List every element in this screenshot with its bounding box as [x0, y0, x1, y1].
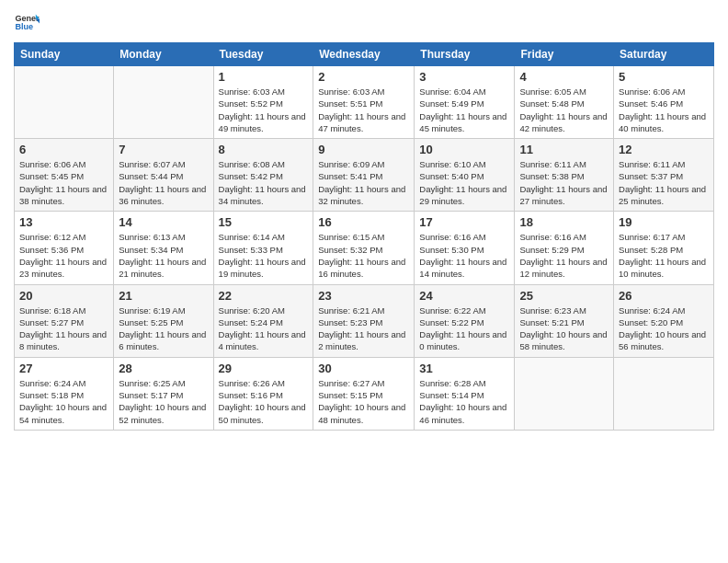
calendar-cell: 13Sunrise: 6:12 AM Sunset: 5:36 PM Dayli…	[15, 212, 114, 284]
weekday-header-monday: Monday	[114, 43, 213, 66]
calendar-cell: 30Sunrise: 6:27 AM Sunset: 5:15 PM Dayli…	[313, 357, 415, 430]
day-info: Sunrise: 6:18 AM Sunset: 5:27 PM Dayligh…	[19, 304, 108, 353]
day-number: 11	[519, 143, 609, 156]
day-info: Sunrise: 6:10 AM Sunset: 5:40 PM Dayligh…	[419, 158, 509, 207]
calendar-cell: 8Sunrise: 6:08 AM Sunset: 5:42 PM Daylig…	[213, 139, 313, 212]
calendar-cell: 18Sunrise: 6:16 AM Sunset: 5:29 PM Dayli…	[515, 212, 614, 284]
calendar-cell: 31Sunrise: 6:28 AM Sunset: 5:14 PM Dayli…	[415, 357, 515, 430]
weekday-header-thursday: Thursday	[415, 43, 515, 66]
calendar-cell: 25Sunrise: 6:23 AM Sunset: 5:21 PM Dayli…	[515, 284, 614, 357]
calendar-cell: 24Sunrise: 6:22 AM Sunset: 5:22 PM Dayli…	[415, 284, 515, 357]
day-info: Sunrise: 6:13 AM Sunset: 5:34 PM Dayligh…	[119, 231, 208, 280]
day-number: 23	[318, 289, 409, 303]
day-number: 19	[619, 215, 709, 229]
svg-text:Blue: Blue	[15, 22, 33, 31]
calendar-cell: 5Sunrise: 6:06 AM Sunset: 5:46 PM Daylig…	[614, 66, 714, 139]
day-info: Sunrise: 6:12 AM Sunset: 5:36 PM Dayligh…	[19, 231, 108, 280]
day-number: 3	[419, 70, 509, 84]
day-info: Sunrise: 6:15 AM Sunset: 5:32 PM Dayligh…	[318, 231, 409, 280]
day-info: Sunrise: 6:20 AM Sunset: 5:24 PM Dayligh…	[219, 304, 309, 353]
calendar-cell: 16Sunrise: 6:15 AM Sunset: 5:32 PM Dayli…	[313, 212, 415, 284]
day-number: 9	[318, 143, 409, 156]
day-info: Sunrise: 6:04 AM Sunset: 5:49 PM Dayligh…	[419, 86, 509, 134]
weekday-header-friday: Friday	[515, 43, 614, 66]
calendar-row-4: 20Sunrise: 6:18 AM Sunset: 5:27 PM Dayli…	[15, 284, 714, 357]
calendar-cell: 19Sunrise: 6:17 AM Sunset: 5:28 PM Dayli…	[614, 212, 714, 284]
day-number: 31	[419, 362, 509, 375]
day-number: 27	[19, 362, 108, 375]
calendar-cell	[15, 66, 114, 139]
day-number: 4	[519, 70, 609, 84]
calendar-cell: 28Sunrise: 6:25 AM Sunset: 5:17 PM Dayli…	[114, 357, 213, 430]
day-info: Sunrise: 6:17 AM Sunset: 5:28 PM Dayligh…	[619, 231, 709, 280]
day-info: Sunrise: 6:19 AM Sunset: 5:25 PM Dayligh…	[119, 304, 208, 353]
day-info: Sunrise: 6:07 AM Sunset: 5:44 PM Dayligh…	[119, 158, 208, 207]
day-number: 5	[619, 70, 709, 84]
header: General Blue	[14, 9, 714, 35]
calendar-table: SundayMondayTuesdayWednesdayThursdayFrid…	[14, 42, 714, 431]
day-info: Sunrise: 6:05 AM Sunset: 5:48 PM Dayligh…	[519, 86, 609, 134]
calendar-cell: 3Sunrise: 6:04 AM Sunset: 5:49 PM Daylig…	[415, 66, 515, 139]
calendar-row-5: 27Sunrise: 6:24 AM Sunset: 5:18 PM Dayli…	[15, 357, 714, 430]
calendar-cell: 4Sunrise: 6:05 AM Sunset: 5:48 PM Daylig…	[515, 66, 614, 139]
calendar-cell: 15Sunrise: 6:14 AM Sunset: 5:33 PM Dayli…	[213, 212, 313, 284]
calendar-cell	[614, 357, 714, 430]
calendar-cell: 21Sunrise: 6:19 AM Sunset: 5:25 PM Dayli…	[114, 284, 213, 357]
day-info: Sunrise: 6:22 AM Sunset: 5:22 PM Dayligh…	[419, 304, 509, 353]
day-number: 26	[619, 289, 709, 303]
day-number: 12	[619, 143, 709, 156]
day-number: 14	[119, 215, 208, 229]
calendar-cell	[515, 357, 614, 430]
day-number: 24	[419, 289, 509, 303]
day-number: 15	[219, 215, 309, 229]
day-number: 18	[519, 215, 609, 229]
calendar-cell: 22Sunrise: 6:20 AM Sunset: 5:24 PM Dayli…	[213, 284, 313, 357]
calendar-cell: 1Sunrise: 6:03 AM Sunset: 5:52 PM Daylig…	[213, 66, 313, 139]
page: General Blue SundayMondayTuesdayWednesda…	[0, 0, 728, 563]
calendar-cell: 9Sunrise: 6:09 AM Sunset: 5:41 PM Daylig…	[313, 139, 415, 212]
day-info: Sunrise: 6:14 AM Sunset: 5:33 PM Dayligh…	[219, 231, 309, 280]
logo-icon: General Blue	[14, 9, 40, 35]
day-number: 10	[419, 143, 509, 156]
day-info: Sunrise: 6:09 AM Sunset: 5:41 PM Dayligh…	[318, 158, 409, 207]
day-info: Sunrise: 6:26 AM Sunset: 5:16 PM Dayligh…	[219, 377, 309, 426]
day-info: Sunrise: 6:11 AM Sunset: 5:38 PM Dayligh…	[519, 158, 609, 207]
day-info: Sunrise: 6:28 AM Sunset: 5:14 PM Dayligh…	[419, 377, 509, 426]
day-number: 8	[219, 143, 309, 156]
calendar-cell: 17Sunrise: 6:16 AM Sunset: 5:30 PM Dayli…	[415, 212, 515, 284]
day-info: Sunrise: 6:06 AM Sunset: 5:45 PM Dayligh…	[19, 158, 108, 207]
day-number: 25	[519, 289, 609, 303]
day-info: Sunrise: 6:08 AM Sunset: 5:42 PM Dayligh…	[219, 158, 309, 207]
day-info: Sunrise: 6:21 AM Sunset: 5:23 PM Dayligh…	[318, 304, 409, 353]
weekday-header-tuesday: Tuesday	[213, 43, 313, 66]
day-info: Sunrise: 6:16 AM Sunset: 5:29 PM Dayligh…	[519, 231, 609, 280]
calendar-row-3: 13Sunrise: 6:12 AM Sunset: 5:36 PM Dayli…	[15, 212, 714, 284]
day-number: 7	[119, 143, 208, 156]
weekday-header-wednesday: Wednesday	[313, 43, 415, 66]
calendar-row-1: 1Sunrise: 6:03 AM Sunset: 5:52 PM Daylig…	[15, 66, 714, 139]
day-info: Sunrise: 6:24 AM Sunset: 5:18 PM Dayligh…	[19, 377, 108, 426]
day-number: 21	[119, 289, 208, 303]
day-info: Sunrise: 6:27 AM Sunset: 5:15 PM Dayligh…	[318, 377, 409, 426]
calendar-cell: 6Sunrise: 6:06 AM Sunset: 5:45 PM Daylig…	[15, 139, 114, 212]
day-number: 29	[219, 362, 309, 375]
calendar-cell: 10Sunrise: 6:10 AM Sunset: 5:40 PM Dayli…	[415, 139, 515, 212]
calendar-cell: 26Sunrise: 6:24 AM Sunset: 5:20 PM Dayli…	[614, 284, 714, 357]
calendar-cell: 2Sunrise: 6:03 AM Sunset: 5:51 PM Daylig…	[313, 66, 415, 139]
day-number: 2	[318, 70, 409, 84]
day-number: 30	[318, 362, 409, 375]
day-info: Sunrise: 6:16 AM Sunset: 5:30 PM Dayligh…	[419, 231, 509, 280]
weekday-header-saturday: Saturday	[614, 43, 714, 66]
logo: General Blue	[14, 9, 40, 35]
day-info: Sunrise: 6:11 AM Sunset: 5:37 PM Dayligh…	[619, 158, 709, 207]
day-number: 1	[219, 70, 309, 84]
day-info: Sunrise: 6:06 AM Sunset: 5:46 PM Dayligh…	[619, 86, 709, 134]
day-number: 22	[219, 289, 309, 303]
calendar-cell: 14Sunrise: 6:13 AM Sunset: 5:34 PM Dayli…	[114, 212, 213, 284]
calendar-cell: 7Sunrise: 6:07 AM Sunset: 5:44 PM Daylig…	[114, 139, 213, 212]
calendar-cell: 20Sunrise: 6:18 AM Sunset: 5:27 PM Dayli…	[15, 284, 114, 357]
day-info: Sunrise: 6:25 AM Sunset: 5:17 PM Dayligh…	[119, 377, 208, 426]
calendar-row-2: 6Sunrise: 6:06 AM Sunset: 5:45 PM Daylig…	[15, 139, 714, 212]
calendar-cell: 27Sunrise: 6:24 AM Sunset: 5:18 PM Dayli…	[15, 357, 114, 430]
day-number: 6	[19, 143, 108, 156]
